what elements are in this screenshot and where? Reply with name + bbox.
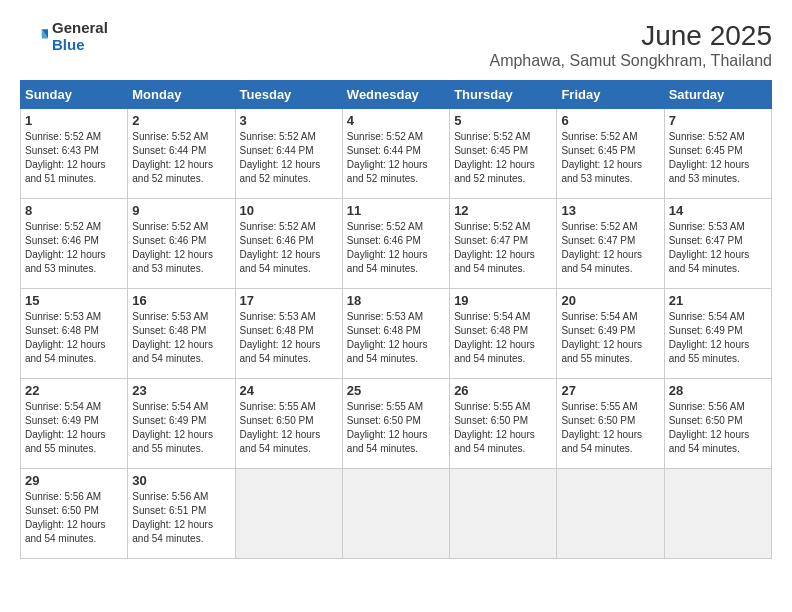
day-number: 24: [240, 383, 338, 398]
calendar-day-cell: 1 Sunrise: 5:52 AM Sunset: 6:43 PM Dayli…: [21, 109, 128, 199]
day-number: 19: [454, 293, 552, 308]
day-number: 26: [454, 383, 552, 398]
day-number: 6: [561, 113, 659, 128]
day-number: 22: [25, 383, 123, 398]
calendar-day-cell: 25 Sunrise: 5:55 AM Sunset: 6:50 PM Dayl…: [342, 379, 449, 469]
calendar-week-row: 1 Sunrise: 5:52 AM Sunset: 6:43 PM Dayli…: [21, 109, 772, 199]
header: General Blue June 2025 Amphawa, Samut So…: [20, 20, 772, 70]
day-number: 15: [25, 293, 123, 308]
calendar-day-cell: 11 Sunrise: 5:52 AM Sunset: 6:46 PM Dayl…: [342, 199, 449, 289]
calendar-day-cell: 19 Sunrise: 5:54 AM Sunset: 6:48 PM Dayl…: [450, 289, 557, 379]
day-info: Sunrise: 5:53 AM Sunset: 6:48 PM Dayligh…: [347, 310, 445, 366]
logo-icon: [20, 23, 48, 51]
day-info: Sunrise: 5:55 AM Sunset: 6:50 PM Dayligh…: [347, 400, 445, 456]
calendar-day-cell: 20 Sunrise: 5:54 AM Sunset: 6:49 PM Dayl…: [557, 289, 664, 379]
calendar-header-row: SundayMondayTuesdayWednesdayThursdayFrid…: [21, 81, 772, 109]
day-info: Sunrise: 5:54 AM Sunset: 6:49 PM Dayligh…: [669, 310, 767, 366]
day-info: Sunrise: 5:52 AM Sunset: 6:44 PM Dayligh…: [132, 130, 230, 186]
day-info: Sunrise: 5:55 AM Sunset: 6:50 PM Dayligh…: [454, 400, 552, 456]
day-number: 3: [240, 113, 338, 128]
day-number: 29: [25, 473, 123, 488]
weekday-header: Saturday: [664, 81, 771, 109]
calendar-day-cell: [664, 469, 771, 559]
day-info: Sunrise: 5:53 AM Sunset: 6:48 PM Dayligh…: [240, 310, 338, 366]
day-number: 5: [454, 113, 552, 128]
logo-text: General Blue: [52, 20, 108, 53]
weekday-header: Monday: [128, 81, 235, 109]
page-subtitle: Amphawa, Samut Songkhram, Thailand: [489, 52, 772, 70]
weekday-header: Friday: [557, 81, 664, 109]
day-info: Sunrise: 5:53 AM Sunset: 6:48 PM Dayligh…: [132, 310, 230, 366]
day-number: 16: [132, 293, 230, 308]
calendar-week-row: 15 Sunrise: 5:53 AM Sunset: 6:48 PM Dayl…: [21, 289, 772, 379]
day-number: 23: [132, 383, 230, 398]
day-number: 9: [132, 203, 230, 218]
calendar-table: SundayMondayTuesdayWednesdayThursdayFrid…: [20, 80, 772, 559]
day-number: 20: [561, 293, 659, 308]
calendar-day-cell: 22 Sunrise: 5:54 AM Sunset: 6:49 PM Dayl…: [21, 379, 128, 469]
calendar-day-cell: 9 Sunrise: 5:52 AM Sunset: 6:46 PM Dayli…: [128, 199, 235, 289]
weekday-header: Tuesday: [235, 81, 342, 109]
day-info: Sunrise: 5:56 AM Sunset: 6:50 PM Dayligh…: [25, 490, 123, 546]
weekday-header: Sunday: [21, 81, 128, 109]
calendar-day-cell: 28 Sunrise: 5:56 AM Sunset: 6:50 PM Dayl…: [664, 379, 771, 469]
day-number: 10: [240, 203, 338, 218]
day-info: Sunrise: 5:52 AM Sunset: 6:47 PM Dayligh…: [454, 220, 552, 276]
calendar-day-cell: [235, 469, 342, 559]
title-area: June 2025 Amphawa, Samut Songkhram, Thai…: [489, 20, 772, 70]
day-info: Sunrise: 5:52 AM Sunset: 6:45 PM Dayligh…: [454, 130, 552, 186]
day-info: Sunrise: 5:52 AM Sunset: 6:46 PM Dayligh…: [132, 220, 230, 276]
calendar-day-cell: 17 Sunrise: 5:53 AM Sunset: 6:48 PM Dayl…: [235, 289, 342, 379]
calendar-day-cell: 10 Sunrise: 5:52 AM Sunset: 6:46 PM Dayl…: [235, 199, 342, 289]
calendar-day-cell: 6 Sunrise: 5:52 AM Sunset: 6:45 PM Dayli…: [557, 109, 664, 199]
day-number: 21: [669, 293, 767, 308]
day-number: 18: [347, 293, 445, 308]
calendar-day-cell: 23 Sunrise: 5:54 AM Sunset: 6:49 PM Dayl…: [128, 379, 235, 469]
day-info: Sunrise: 5:52 AM Sunset: 6:47 PM Dayligh…: [561, 220, 659, 276]
day-info: Sunrise: 5:52 AM Sunset: 6:46 PM Dayligh…: [25, 220, 123, 276]
day-info: Sunrise: 5:52 AM Sunset: 6:44 PM Dayligh…: [347, 130, 445, 186]
calendar-day-cell: 8 Sunrise: 5:52 AM Sunset: 6:46 PM Dayli…: [21, 199, 128, 289]
day-info: Sunrise: 5:54 AM Sunset: 6:49 PM Dayligh…: [25, 400, 123, 456]
day-info: Sunrise: 5:56 AM Sunset: 6:51 PM Dayligh…: [132, 490, 230, 546]
day-info: Sunrise: 5:53 AM Sunset: 6:47 PM Dayligh…: [669, 220, 767, 276]
calendar-day-cell: [557, 469, 664, 559]
calendar-day-cell: 15 Sunrise: 5:53 AM Sunset: 6:48 PM Dayl…: [21, 289, 128, 379]
day-info: Sunrise: 5:52 AM Sunset: 6:45 PM Dayligh…: [669, 130, 767, 186]
calendar-day-cell: 4 Sunrise: 5:52 AM Sunset: 6:44 PM Dayli…: [342, 109, 449, 199]
day-number: 12: [454, 203, 552, 218]
day-info: Sunrise: 5:53 AM Sunset: 6:48 PM Dayligh…: [25, 310, 123, 366]
day-number: 30: [132, 473, 230, 488]
day-number: 27: [561, 383, 659, 398]
day-info: Sunrise: 5:54 AM Sunset: 6:49 PM Dayligh…: [132, 400, 230, 456]
day-info: Sunrise: 5:54 AM Sunset: 6:49 PM Dayligh…: [561, 310, 659, 366]
day-number: 8: [25, 203, 123, 218]
calendar-day-cell: 16 Sunrise: 5:53 AM Sunset: 6:48 PM Dayl…: [128, 289, 235, 379]
day-number: 11: [347, 203, 445, 218]
day-info: Sunrise: 5:52 AM Sunset: 6:46 PM Dayligh…: [347, 220, 445, 276]
day-info: Sunrise: 5:52 AM Sunset: 6:43 PM Dayligh…: [25, 130, 123, 186]
weekday-header: Thursday: [450, 81, 557, 109]
day-number: 28: [669, 383, 767, 398]
calendar-week-row: 8 Sunrise: 5:52 AM Sunset: 6:46 PM Dayli…: [21, 199, 772, 289]
calendar-day-cell: 13 Sunrise: 5:52 AM Sunset: 6:47 PM Dayl…: [557, 199, 664, 289]
calendar-day-cell: 24 Sunrise: 5:55 AM Sunset: 6:50 PM Dayl…: [235, 379, 342, 469]
calendar-day-cell: 7 Sunrise: 5:52 AM Sunset: 6:45 PM Dayli…: [664, 109, 771, 199]
day-info: Sunrise: 5:55 AM Sunset: 6:50 PM Dayligh…: [561, 400, 659, 456]
day-info: Sunrise: 5:52 AM Sunset: 6:45 PM Dayligh…: [561, 130, 659, 186]
calendar-day-cell: 21 Sunrise: 5:54 AM Sunset: 6:49 PM Dayl…: [664, 289, 771, 379]
day-number: 17: [240, 293, 338, 308]
day-number: 25: [347, 383, 445, 398]
calendar-day-cell: 3 Sunrise: 5:52 AM Sunset: 6:44 PM Dayli…: [235, 109, 342, 199]
calendar-day-cell: 14 Sunrise: 5:53 AM Sunset: 6:47 PM Dayl…: [664, 199, 771, 289]
calendar-day-cell: 2 Sunrise: 5:52 AM Sunset: 6:44 PM Dayli…: [128, 109, 235, 199]
calendar-day-cell: 29 Sunrise: 5:56 AM Sunset: 6:50 PM Dayl…: [21, 469, 128, 559]
page-title: June 2025: [489, 20, 772, 52]
weekday-header: Wednesday: [342, 81, 449, 109]
day-number: 14: [669, 203, 767, 218]
day-number: 7: [669, 113, 767, 128]
day-info: Sunrise: 5:54 AM Sunset: 6:48 PM Dayligh…: [454, 310, 552, 366]
day-info: Sunrise: 5:56 AM Sunset: 6:50 PM Dayligh…: [669, 400, 767, 456]
calendar-day-cell: 18 Sunrise: 5:53 AM Sunset: 6:48 PM Dayl…: [342, 289, 449, 379]
day-number: 2: [132, 113, 230, 128]
